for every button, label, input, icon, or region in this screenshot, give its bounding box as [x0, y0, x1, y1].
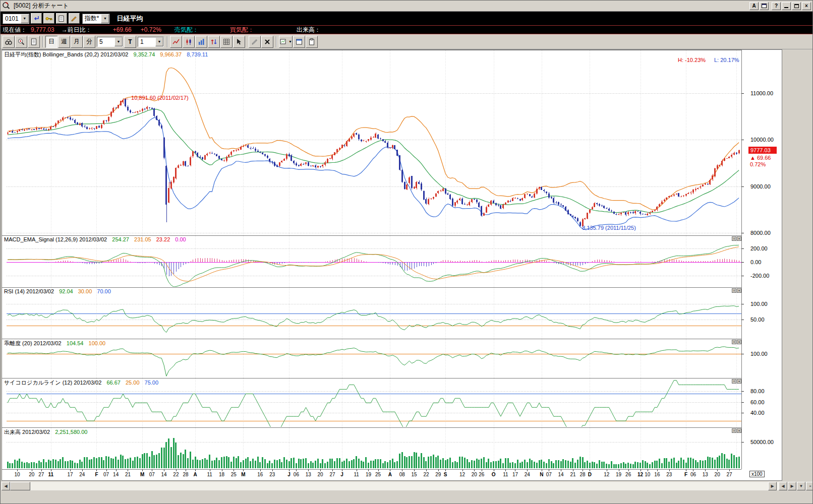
- bid-label: 買気配：: [230, 26, 254, 34]
- panel-close-button[interactable]: ×: [737, 428, 741, 433]
- scale-mode-button[interactable]: ▼: [797, 482, 805, 490]
- change-pct-value: +0.72%: [141, 26, 161, 33]
- candle-chart-button[interactable]: [183, 36, 195, 48]
- edit-button[interactable]: [69, 13, 80, 24]
- maximize-icon: [794, 4, 799, 8]
- scroll-corner-buttons: ◀ ▶ ▼ ×: [778, 482, 813, 490]
- dropdown-arrow-icon[interactable]: ▼: [155, 37, 163, 46]
- quote-bar: 現在値： 9,777.03 →前日比： +69.66 +0.72% 売気配： 買…: [1, 25, 812, 34]
- change-label: →前日比：: [62, 26, 92, 34]
- new-window-button[interactable]: [293, 36, 305, 48]
- pencil-icon: [70, 15, 78, 22]
- minimize-button[interactable]: [782, 2, 791, 10]
- panel-close-button[interactable]: ×: [737, 236, 741, 241]
- minute-interval-value[interactable]: 5: [97, 38, 114, 45]
- period-day-button[interactable]: 日: [45, 36, 57, 48]
- horizontal-scrollbar[interactable]: ◀ ▶ ◀ ▶ ▼ ×: [2, 482, 812, 490]
- zoom-button[interactable]: [15, 36, 27, 48]
- scrollbar-thumb[interactable]: [10, 482, 30, 490]
- analysis-chart-window: [5002] 分析チャート A ? × 0101 ▼ 指数* ▼ 日: [0, 0, 813, 504]
- memo-button[interactable]: [56, 13, 67, 24]
- search-button[interactable]: [3, 36, 15, 48]
- crosshair-button[interactable]: [233, 36, 245, 48]
- psychological-panel-buttons: =×: [732, 379, 741, 384]
- grid-icon: [222, 38, 230, 46]
- volume-label: 出来高：: [297, 26, 321, 34]
- period-minute-button[interactable]: 分: [83, 36, 95, 48]
- kairi-panel-buttons: =×: [732, 340, 741, 344]
- tick-interval-value[interactable]: 1: [138, 38, 155, 45]
- scroll-left-button[interactable]: ◀: [2, 482, 10, 490]
- title-bar[interactable]: [5002] 分析チャート A ? ×: [1, 1, 812, 12]
- category-value[interactable]: 指数*: [83, 14, 101, 23]
- line-chart-button[interactable]: [170, 36, 182, 48]
- panel-close-button[interactable]: ×: [737, 288, 741, 293]
- enter-icon: [32, 15, 40, 22]
- dropdown-arrow-icon[interactable]: ▼: [21, 14, 29, 23]
- app-logo-icon: [2, 1, 11, 11]
- minimize-icon: [784, 4, 788, 8]
- high-annotation: ← 10,891.60 (2011/02/17): [124, 95, 189, 101]
- next-page-button[interactable]: ▶: [788, 482, 796, 490]
- panel-minimize-button[interactable]: =: [732, 379, 736, 384]
- tick-button[interactable]: T: [124, 36, 136, 48]
- draw-button[interactable]: [249, 36, 261, 48]
- macd-panel-buttons: =×: [732, 236, 741, 241]
- period-month-button[interactable]: 月: [71, 36, 83, 48]
- font-size-button[interactable]: A: [749, 2, 759, 10]
- prev-page-button[interactable]: ◀: [779, 482, 787, 490]
- key-icon: [45, 15, 53, 22]
- symbol-code-value[interactable]: 0101: [3, 15, 21, 22]
- magnifier-plus-icon: [17, 38, 25, 46]
- grid-button[interactable]: [220, 36, 233, 48]
- toolbar-separator: [167, 36, 168, 47]
- candlestick-icon: [185, 38, 193, 46]
- trendline-icon: [172, 38, 180, 46]
- dropdown-arrow-icon[interactable]: ▼: [101, 14, 109, 23]
- panel-close-button[interactable]: ×: [737, 340, 741, 344]
- mini-chart-icon: [279, 38, 287, 46]
- compare-button[interactable]: [208, 36, 220, 48]
- panel-minimize-button[interactable]: =: [732, 428, 736, 433]
- ask-label: 売気配：: [175, 26, 199, 34]
- copy-button[interactable]: [28, 36, 40, 48]
- current-price-tag: 9777.03: [748, 147, 777, 154]
- close-scroll-button[interactable]: ×: [806, 482, 813, 490]
- submit-button[interactable]: [31, 13, 42, 24]
- current-price-label: 現在値：: [3, 26, 27, 34]
- chart-canvas[interactable]: [2, 50, 782, 480]
- maximize-button[interactable]: [792, 2, 801, 10]
- window-style-button[interactable]: [760, 2, 769, 10]
- toolbar-separator: [42, 36, 43, 47]
- period-week-button[interactable]: 週: [58, 36, 70, 48]
- change-value: +69.66: [113, 26, 132, 33]
- chart-area[interactable]: 日経平均(指数) Bollinger_Bands (20,2) 2012/03/…: [2, 49, 782, 481]
- indicator-settings-button[interactable]: ▼: [279, 36, 293, 48]
- dropdown-arrow-icon[interactable]: ▼: [114, 37, 123, 46]
- bar-chart-button[interactable]: [195, 36, 207, 48]
- rsi-panel-buttons: =×: [732, 288, 741, 293]
- panel-minimize-button[interactable]: =: [732, 288, 736, 293]
- category-select[interactable]: 指数* ▼: [82, 14, 110, 24]
- delete-button[interactable]: [261, 36, 273, 48]
- clipboard-button[interactable]: [306, 36, 318, 48]
- low-pct-label: L: 20.17%: [714, 57, 739, 63]
- symbol-toolbar: 0101 ▼ 指数* ▼ 日経平均: [1, 12, 812, 25]
- binoculars-icon: [5, 38, 13, 46]
- close-button[interactable]: ×: [802, 2, 811, 10]
- panel-minimize-button[interactable]: =: [732, 340, 736, 344]
- chart-toolbar: 日 週 月 分 5 ▼ T 1 ▼: [1, 34, 812, 49]
- key-button[interactable]: [43, 13, 54, 24]
- help-button[interactable]: ?: [772, 2, 781, 10]
- tick-interval-select[interactable]: 1 ▼: [138, 37, 164, 47]
- panel-close-button[interactable]: ×: [737, 379, 741, 384]
- eraser-pencil-icon: [251, 38, 259, 46]
- minute-interval-select[interactable]: 5 ▼: [97, 37, 123, 47]
- pointer-icon: [235, 38, 243, 46]
- window-icon: [762, 4, 767, 8]
- volume-panel-buttons: =×: [732, 428, 741, 433]
- scroll-right-button[interactable]: ▶: [768, 482, 777, 490]
- symbol-code-input[interactable]: 0101 ▼: [3, 14, 29, 24]
- panel-minimize-button[interactable]: =: [732, 236, 736, 241]
- page-icon: [30, 38, 38, 46]
